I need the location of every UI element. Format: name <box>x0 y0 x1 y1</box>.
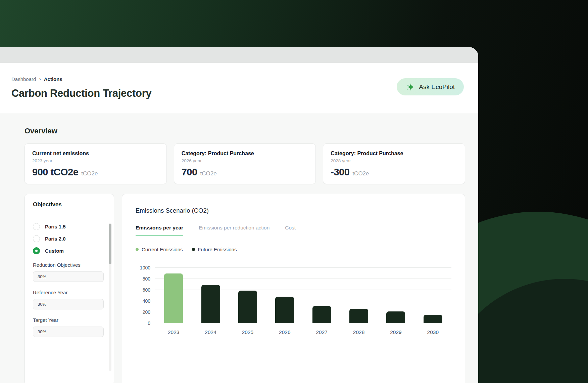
stat-card-unit: tCO2e <box>81 170 98 177</box>
x-axis-label: 2030 <box>414 329 451 335</box>
chart-bar-2026 <box>275 297 294 323</box>
overview-heading: Overview <box>24 127 465 135</box>
page-title: Carbon Reduction Trajectory <box>11 87 464 99</box>
target-year-label: Target Year <box>33 317 104 323</box>
chart-bar-2027 <box>312 306 331 323</box>
y-axis-tick-label: 400 <box>143 298 150 304</box>
ask-ecopilot-label: Ask EcoPilot <box>419 83 455 91</box>
ask-ecopilot-button[interactable]: Ask EcoPilot <box>397 78 464 95</box>
stat-card-value: 700 <box>182 167 197 178</box>
reduction-objectives-label: Reduction Objectives <box>33 262 104 268</box>
y-axis-tick-label: 800 <box>143 276 150 282</box>
chart-bar-2024 <box>201 285 220 323</box>
radio-button-icon[interactable] <box>33 247 40 254</box>
objectives-scrollbar-track[interactable] <box>109 223 111 371</box>
legend-label: Future Emissions <box>198 247 237 252</box>
y-axis-tick-label: 0 <box>148 321 150 326</box>
bars-container <box>155 268 451 323</box>
emissions-scenario-card: Emissions Scenario (CO2) Emissions per y… <box>122 194 465 383</box>
objectives-scrollbar-thumb[interactable] <box>109 224 111 264</box>
chart-bar-2023 <box>164 273 183 324</box>
target-year-input[interactable] <box>33 327 104 337</box>
x-axis-label: 2028 <box>340 329 377 335</box>
y-axis-tick-label: 200 <box>143 309 150 315</box>
y-axis-tick-label: 1000 <box>140 265 150 270</box>
chart-bar-2030 <box>424 315 442 323</box>
chart-tabs: Emissions per year Emissions per reducti… <box>136 225 451 236</box>
stat-card-value: -300 <box>331 167 349 178</box>
radio-custom[interactable]: Custom <box>33 247 104 254</box>
x-axis-labels: 2023 2024 2025 2026 2027 2028 2029 2030 <box>155 329 451 335</box>
radio-label: Paris 2.0 <box>45 236 66 242</box>
legend-current-emissions: Current Emissions <box>136 247 183 252</box>
reference-year-input[interactable] <box>33 299 104 309</box>
y-axis-tick-label: 600 <box>143 287 150 293</box>
chart-title: Emissions Scenario (CO2) <box>136 207 451 214</box>
legend-label: Current Emissions <box>142 247 183 252</box>
stat-card-subtitle: 2023 year <box>32 158 159 163</box>
x-axis-label: 2026 <box>266 329 303 335</box>
reduction-objectives-input[interactable] <box>33 271 104 282</box>
sparkle-icon <box>406 82 415 92</box>
radio-button-icon[interactable] <box>33 235 40 242</box>
stat-card-subtitle: 2028 year <box>331 158 457 163</box>
tab-emissions-per-reduction-action[interactable]: Emissions per reduction action <box>199 225 270 236</box>
objectives-panel: Objectives Paris 1.5 Paris 2.0 Custom R <box>24 194 114 383</box>
objectives-heading: Objectives <box>25 194 114 214</box>
chart-bar-2029 <box>386 311 405 323</box>
breadcrumb: Dashboard › Actions <box>11 76 464 82</box>
radio-label: Paris 1.5 <box>45 224 66 229</box>
stat-card-category-2028: Category: Product Purchase 2028 year -30… <box>323 143 465 184</box>
radio-label: Custom <box>45 248 64 254</box>
stat-card-unit: tCO2e <box>352 170 369 177</box>
stat-card-unit: tCO2e <box>200 170 217 177</box>
legend-dot-icon <box>192 248 195 251</box>
stat-card-current-net-emissions: Current net emissions 2023 year 900 tCO2… <box>24 143 167 184</box>
tab-emissions-per-year[interactable]: Emissions per year <box>136 225 183 236</box>
stat-card-value: 900 tCO2e <box>32 167 78 178</box>
stat-card-title: Category: Product Purchase <box>182 151 308 157</box>
stat-card-category-2026: Category: Product Purchase 2026 year 700… <box>174 143 316 184</box>
x-axis-label: 2027 <box>303 329 340 335</box>
breadcrumb-chevron-icon: › <box>39 76 41 82</box>
stat-card-title: Category: Product Purchase <box>331 151 457 157</box>
stat-card-subtitle: 2026 year <box>182 158 308 163</box>
top-strip <box>0 47 478 63</box>
page-header: Dashboard › Actions Carbon Reduction Tra… <box>0 63 478 113</box>
x-axis-label: 2023 <box>155 329 192 335</box>
stat-card-title: Current net emissions <box>32 151 159 157</box>
bar-chart-plot: 02004006008001000 <box>155 268 451 323</box>
radio-paris-2-0[interactable]: Paris 2.0 <box>33 235 104 242</box>
legend-future-emissions: Future Emissions <box>192 247 237 252</box>
content-area: Overview Current net emissions 2023 year… <box>0 113 478 383</box>
chart-bar-2028 <box>349 309 368 323</box>
x-axis-label: 2029 <box>377 329 414 335</box>
reference-year-label: Reference Year <box>33 290 104 295</box>
breadcrumb-dashboard-link[interactable]: Dashboard <box>11 76 36 82</box>
radio-paris-1-5[interactable]: Paris 1.5 <box>33 223 104 230</box>
radio-button-icon[interactable] <box>33 223 40 230</box>
x-axis-label: 2025 <box>229 329 266 335</box>
breadcrumb-current: Actions <box>44 76 62 82</box>
chart-legend: Current Emissions Future Emissions <box>136 247 451 252</box>
overview-cards: Current net emissions 2023 year 900 tCO2… <box>24 143 465 184</box>
chart-bar-2025 <box>238 291 257 323</box>
main-sheet: Dashboard › Actions Carbon Reduction Tra… <box>0 47 478 383</box>
legend-dot-icon <box>136 248 139 251</box>
tab-cost[interactable]: Cost <box>285 225 296 236</box>
x-axis-label: 2024 <box>192 329 229 335</box>
